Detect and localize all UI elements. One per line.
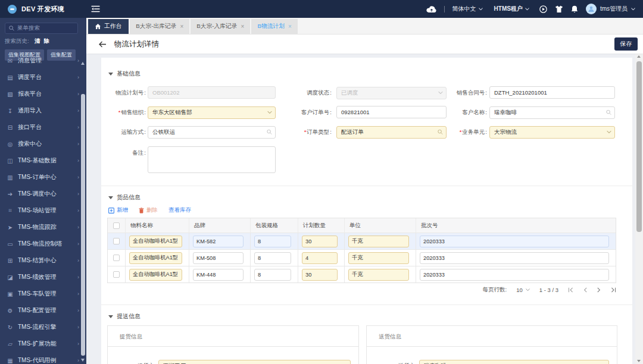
sidebar-menu-item[interactable]: ⚙ TMS-配置管理 › <box>0 302 86 319</box>
brand-input[interactable] <box>193 252 244 264</box>
scroll-down-icon[interactable] <box>81 359 85 362</box>
menu-fold-icon[interactable] <box>91 5 100 12</box>
sales-org-select[interactable] <box>148 106 276 118</box>
search-center-icon: ◎ <box>7 141 14 148</box>
table-row[interactable] <box>108 266 616 283</box>
sidebar-menu-item[interactable]: ▦ TMS-代码用例 › <box>0 352 86 364</box>
sidebar-menu-item[interactable]: ▱ TMS-扩展功能 › <box>0 335 86 352</box>
sidebar-scrollbar[interactable] <box>80 59 86 364</box>
material-input[interactable] <box>129 269 182 281</box>
next-page-icon[interactable] <box>597 287 601 293</box>
content-scrollbar[interactable] <box>635 54 643 364</box>
sidebar-menu-item[interactable]: ▥ TMS-订单中心 › <box>0 169 86 186</box>
contract-no-field[interactable] <box>489 86 615 99</box>
section-delivery-info[interactable]: 提送信息 <box>108 312 141 321</box>
back-arrow-icon[interactable] <box>99 41 107 48</box>
qty-input[interactable] <box>302 269 338 281</box>
trash-icon <box>139 208 144 214</box>
sidebar-menu-item[interactable]: ▤ 调度平台 › <box>0 69 86 86</box>
qty-input[interactable] <box>302 236 338 247</box>
order-type-field[interactable] <box>336 125 447 138</box>
tab-close-icon[interactable]: × <box>241 24 245 30</box>
tab-close-icon[interactable]: × <box>180 24 184 30</box>
row-checkbox[interactable] <box>113 255 120 261</box>
sidebar-menu-item[interactable]: ➤ TMS-物流跟踪 › <box>0 219 86 236</box>
section-goods-info[interactable]: 货品信息 <box>108 193 141 202</box>
batch-input[interactable] <box>420 236 609 247</box>
scrollbar-thumb[interactable] <box>636 61 642 232</box>
sidebar-menu-item[interactable]: ◎ 搜索中心 › <box>0 136 86 152</box>
tab[interactable]: B大宗-出库记录 × <box>130 19 189 34</box>
sidebar-menu-item[interactable]: ▧ 报表平台 › <box>0 86 86 102</box>
notification-bell-icon[interactable] <box>571 5 578 13</box>
unit-input[interactable] <box>348 269 409 281</box>
clear-history-button[interactable]: 清 除 <box>35 37 51 45</box>
tab[interactable]: B大宗-入库记录 × <box>191 19 250 34</box>
remark-textarea[interactable] <box>148 146 276 173</box>
sidebar-menu-item[interactable]: ▭ TMS-物流控制塔 › <box>0 236 86 252</box>
scroll-up-icon[interactable] <box>637 55 641 58</box>
sidebar-menu-item[interactable]: ↧ 通用导入 › <box>0 102 86 119</box>
customer-order-no-field[interactable] <box>336 106 447 118</box>
history-chip[interactable]: 值集配置 <box>47 49 76 61</box>
first-page-icon[interactable] <box>568 287 573 293</box>
language-selector[interactable]: 简体中文 <box>452 5 483 13</box>
search-icon[interactable] <box>267 129 272 134</box>
guide-icon[interactable] <box>539 5 547 13</box>
save-button[interactable]: 保存 <box>614 37 638 51</box>
select-all-checkbox[interactable] <box>113 222 120 229</box>
transport-mode-field[interactable] <box>148 125 276 138</box>
brand-input[interactable] <box>193 269 244 281</box>
tab-label: B物流计划 <box>257 23 285 30</box>
business-unit-select[interactable] <box>489 125 615 138</box>
pack-input[interactable] <box>254 269 291 281</box>
chevron-right-icon: › <box>77 324 79 330</box>
row-checkbox[interactable] <box>113 238 120 244</box>
page-range-label: 1 - 3 / 3 <box>539 287 558 293</box>
customer-name-field[interactable] <box>489 106 615 118</box>
pickup-party-select[interactable] <box>158 359 351 364</box>
unit-input[interactable] <box>348 236 409 247</box>
sidebar-menu-item[interactable]: ◪ TMS-绩效管理 › <box>0 269 86 285</box>
delete-row-button[interactable]: 删除 <box>139 206 158 214</box>
scrollbar-thumb[interactable] <box>81 94 85 356</box>
sidebar-menu-item[interactable]: ↻ TMS-流程引擎 › <box>0 319 86 335</box>
brand-input[interactable] <box>193 236 244 247</box>
scroll-down-icon[interactable] <box>637 360 641 362</box>
tab[interactable]: B物流计划 × <box>251 19 297 34</box>
pack-input[interactable] <box>254 236 291 247</box>
sidebar-menu-item[interactable]: ◫ TMS-基础数据 › <box>0 152 86 169</box>
table-row[interactable] <box>108 249 616 266</box>
cloud-upload-icon[interactable] <box>426 5 436 13</box>
last-page-icon[interactable] <box>611 287 616 293</box>
sidebar-menu-item[interactable]: ⊟ 接口平台 › <box>0 119 86 136</box>
qty-input[interactable] <box>302 252 338 264</box>
page-size-select[interactable]: 10 <box>516 287 530 293</box>
scroll-up-icon[interactable] <box>81 62 85 65</box>
settlement-icon: ⊞ <box>7 258 14 264</box>
row-checkbox[interactable] <box>113 271 120 278</box>
section-basic-info[interactable]: 基础信息 <box>108 70 141 78</box>
tab-close-icon[interactable]: × <box>288 24 292 30</box>
sidebar-menu-item[interactable]: ➔ TMS-调度中心 › <box>0 186 86 202</box>
material-input[interactable] <box>129 252 182 264</box>
prev-page-icon[interactable] <box>583 287 587 293</box>
view-stock-button[interactable]: 查看库存 <box>168 206 191 214</box>
tenant-selector[interactable]: HTMS租户 <box>494 5 529 13</box>
batch-input[interactable] <box>420 252 609 264</box>
pack-input[interactable] <box>254 252 291 264</box>
user-menu[interactable]: tms管理员 <box>586 4 635 14</box>
theme-skin-icon[interactable] <box>555 5 563 13</box>
menu-search-input[interactable]: 菜单搜索 <box>5 23 78 34</box>
dropoff-party-select[interactable] <box>419 359 609 364</box>
sidebar-menu-item[interactable]: ⌗ TMS-场站管理 › <box>0 202 86 219</box>
sidebar-menu-item[interactable]: ▣ TMS-车队管理 › <box>0 285 86 302</box>
table-row[interactable] <box>108 233 616 249</box>
search-icon[interactable] <box>606 109 611 115</box>
material-input[interactable] <box>129 236 182 247</box>
unit-input[interactable] <box>348 252 409 264</box>
batch-input[interactable] <box>420 269 609 281</box>
sidebar-menu-item[interactable]: ⊞ TMS-结算中心 › <box>0 252 86 269</box>
add-row-button[interactable]: 新增 <box>108 206 128 214</box>
tab[interactable]: 工作台 × <box>88 19 129 34</box>
